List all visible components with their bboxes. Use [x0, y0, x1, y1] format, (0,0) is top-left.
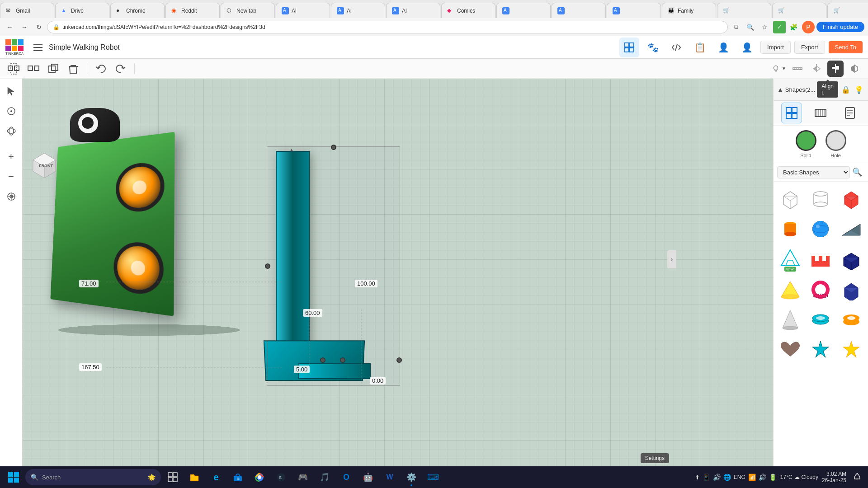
clock[interactable]: 3:02 AM 26-Jan-25 — [822, 471, 846, 483]
3d-viewport[interactable]: FRONT — [23, 79, 773, 488]
taskbar-word[interactable]: W — [380, 467, 400, 487]
view-cube[interactable]: FRONT — [26, 142, 62, 178]
shape-red-box[interactable] — [837, 184, 865, 212]
zoom-out-button[interactable]: − — [2, 168, 20, 186]
export-button[interactable]: Export — [794, 41, 825, 54]
shapes-dropdown[interactable]: Basic Shapes — [777, 166, 850, 178]
ruler-button[interactable] — [789, 61, 806, 77]
align-tooltip-box[interactable]: AlignL — [817, 81, 838, 98]
shape-navy-box[interactable] — [837, 275, 865, 303]
back-button[interactable]: ← — [4, 21, 16, 33]
tab-gmail[interactable]: ✉Gmail — [0, 3, 54, 18]
taskbar-copilot[interactable]: 🤖 — [358, 467, 378, 487]
tab-shop3[interactable]: 🛒 — [827, 3, 868, 18]
battery-icon[interactable]: 🔋 — [769, 474, 777, 481]
taskbar-steam[interactable]: S — [271, 467, 291, 487]
language-indicator[interactable]: ENG — [734, 474, 745, 480]
taskbar-vscode[interactable]: ⌨ — [423, 467, 443, 487]
tab-shop2[interactable]: 🛒 — [772, 3, 826, 18]
taskbar-chrome[interactable] — [250, 467, 269, 487]
taskbar-game[interactable]: 🎮 — [293, 467, 313, 487]
send-to-button[interactable]: Send To — [829, 41, 863, 53]
code-button[interactable] — [666, 38, 686, 57]
taskbar-store[interactable]: ⊞ — [228, 467, 248, 487]
redo-button[interactable] — [113, 61, 129, 77]
shape-box-wire[interactable] — [776, 184, 804, 212]
task-view-button[interactable] — [163, 467, 183, 487]
hamburger-menu[interactable] — [31, 40, 45, 55]
ungroup-button[interactable] — [25, 61, 42, 77]
address-bar[interactable]: 🔒 tinkercad.com/things/dSAIcWYfPe/edit?r… — [47, 21, 728, 33]
taskbar-search[interactable]: 🔍 Search 🌟 — [25, 469, 161, 485]
shape-orange-cyl[interactable] — [776, 215, 804, 243]
notification-button[interactable] — [850, 470, 864, 484]
taskbar-files[interactable] — [184, 467, 204, 487]
shapes-collapse-button[interactable]: ▲ — [777, 86, 783, 93]
tab-al4[interactable]: A — [496, 3, 551, 18]
taskbar-edge[interactable]: e — [206, 467, 226, 487]
select-tool[interactable] — [2, 82, 20, 100]
taskbar-settings[interactable]: ⚙️ — [401, 467, 421, 487]
hole-button[interactable]: Hole — [826, 130, 846, 158]
tab-al5[interactable]: A — [552, 3, 606, 18]
solid-button[interactable]: Solid — [796, 130, 816, 158]
undo-button[interactable] — [93, 61, 109, 77]
tab-al3[interactable]: AAl — [386, 3, 440, 18]
shape-cone[interactable] — [776, 305, 804, 333]
shape-star[interactable] — [807, 336, 835, 364]
shape-dark-box[interactable] — [837, 245, 865, 273]
shape-blue-sphere[interactable] — [807, 215, 835, 243]
reload-button[interactable]: ↻ — [33, 21, 45, 33]
taskbar-outlook[interactable]: O — [336, 467, 356, 487]
align-button[interactable] — [827, 61, 844, 77]
teal-vertical-piece[interactable] — [276, 151, 310, 368]
open-tab-button[interactable]: ⧉ — [730, 21, 742, 33]
grid-view-button[interactable] — [619, 38, 639, 57]
paw-button[interactable]: 🐾 — [643, 38, 663, 57]
start-button[interactable] — [4, 467, 24, 487]
shape-heart[interactable] — [776, 336, 804, 364]
tab-al1[interactable]: AAl — [276, 3, 330, 18]
shape-yellow-pyramid[interactable] — [776, 275, 804, 303]
group-button[interactable] — [5, 61, 22, 77]
tab-comics[interactable]: ◆Comics — [441, 3, 495, 18]
profile-button[interactable]: P — [802, 21, 815, 33]
tray-icon4[interactable]: 🌐 — [723, 474, 731, 481]
extensions-menu[interactable]: 🧩 — [788, 21, 800, 33]
shape-cyl-wire[interactable] — [807, 184, 835, 212]
shape-blue-wedge[interactable] — [837, 215, 865, 243]
finish-update-button[interactable]: Finish update — [816, 22, 864, 32]
taskbar-music[interactable]: 🎵 — [315, 467, 335, 487]
extension-button[interactable]: ✓ — [773, 21, 786, 33]
panel-notes-btn[interactable] — [840, 103, 860, 123]
shape-orange-torus[interactable] — [837, 305, 865, 333]
zoom-button[interactable]: 🔍 — [744, 21, 757, 33]
tab-shop1[interactable]: 🛒 — [717, 3, 771, 18]
tab-drive[interactable]: ▲Drive — [55, 3, 109, 18]
fit-view-button[interactable] — [2, 188, 20, 206]
zoom-in-button[interactable]: + — [2, 148, 20, 166]
mirror-button[interactable] — [808, 61, 825, 77]
tab-al2[interactable]: AAl — [331, 3, 385, 18]
shape-blue-ring[interactable] — [807, 305, 835, 333]
bookmark-button[interactable]: ☆ — [759, 21, 771, 33]
shape-pink-torus[interactable] — [807, 275, 835, 303]
tab-chrome[interactable]: ●Chrome — [110, 3, 165, 18]
tab-al6[interactable]: A — [607, 3, 661, 18]
tinkercad-logo[interactable]: TINKERCAD — [5, 39, 24, 56]
settings-icon-btn[interactable]: 👤 — [737, 38, 757, 57]
duplicate-button[interactable] — [45, 61, 61, 77]
tray-icon2[interactable]: 📱 — [703, 474, 710, 481]
shape-new-item[interactable]: New! — [776, 245, 804, 273]
forward-button[interactable]: → — [18, 21, 31, 33]
weather-widget[interactable]: 17°C ☁ Cloudy — [780, 474, 818, 480]
notes-button[interactable]: 📋 — [690, 38, 710, 57]
tray-icon1[interactable]: ⬆ — [695, 474, 700, 481]
lock-icon[interactable]: 🔒 — [840, 83, 851, 96]
network-icon[interactable]: 📶 — [748, 474, 756, 481]
orbit-button[interactable] — [2, 122, 20, 140]
shapes-search-button[interactable]: 🔍 — [850, 165, 864, 179]
light-icon[interactable]: 💡 — [853, 83, 864, 96]
flip-button[interactable] — [846, 61, 863, 77]
delete-button[interactable] — [65, 61, 81, 77]
